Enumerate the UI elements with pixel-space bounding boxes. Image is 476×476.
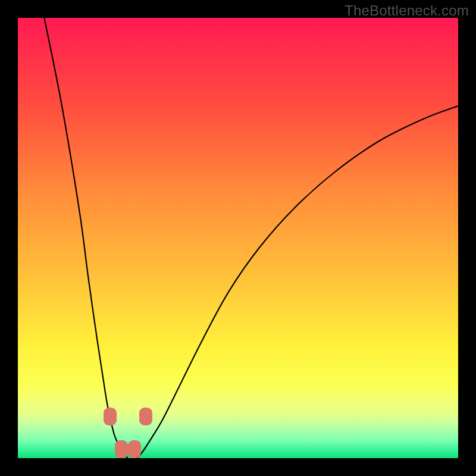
marker-m3 [128,440,141,458]
marker-m2 [115,440,128,458]
bottleneck-curve [18,18,458,458]
watermark-text: TheBottleneck.com [345,2,469,19]
marker-m4 [139,408,152,425]
curve-left-branch [44,18,128,458]
plot-frame [18,18,458,458]
marker-m1 [104,408,117,425]
curve-right-branch [137,106,458,458]
